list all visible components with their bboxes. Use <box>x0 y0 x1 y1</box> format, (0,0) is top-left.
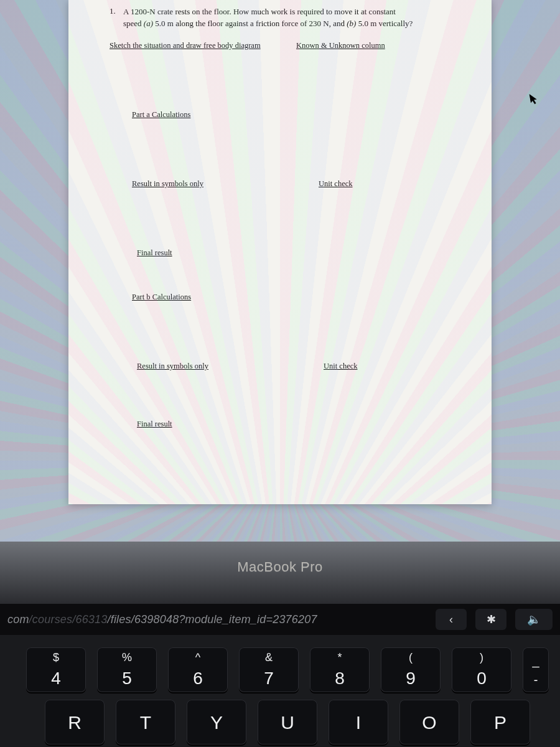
key-0[interactable]: )0 <box>452 647 511 692</box>
row-final-a: Final result <box>110 248 467 258</box>
key-8[interactable]: *8 <box>310 647 370 692</box>
key-bottom: 5 <box>97 669 157 688</box>
key-bottom: - <box>523 673 549 687</box>
key-U[interactable]: U <box>258 700 317 745</box>
key-bottom: Y <box>187 712 246 733</box>
heading-result-symbols-b: Result in symbols only <box>137 362 208 370</box>
key-top: * <box>310 651 370 664</box>
key-O[interactable]: O <box>399 700 459 745</box>
touchbar-back-button[interactable]: ‹ <box>436 609 467 630</box>
key-bottom: 6 <box>168 669 228 688</box>
brightness-icon: ✱ <box>487 613 496 626</box>
key-top: ) <box>452 651 511 664</box>
key-R[interactable]: R <box>45 700 105 745</box>
key-bottom: O <box>399 712 459 733</box>
question-line2b: 5.0 m along the floor against a friction… <box>153 19 347 28</box>
row-final-b: Final result <box>110 420 467 429</box>
key-bottom: 8 <box>310 669 370 688</box>
key-bottom: I <box>329 712 388 733</box>
heading-unit-check-a: Unit check <box>319 179 353 188</box>
question-line2a: speed <box>123 19 144 28</box>
heading-part-b-calc: Part b Calculations <box>132 293 191 301</box>
key-bottom: T <box>116 712 175 733</box>
row-sketch-known: Sketch the situation and draw free body … <box>110 41 467 50</box>
question-text: A 1200-N crate rests on the floor. How m… <box>123 6 413 30</box>
touchbar-url[interactable]: com/courses/66313/files/6398048?module_i… <box>7 613 317 626</box>
question-number: 1. <box>110 6 123 30</box>
key-T[interactable]: T <box>116 700 175 745</box>
heading-known: Known & Unknown column <box>296 41 385 50</box>
chevron-left-icon: ‹ <box>449 613 453 626</box>
touch-bar[interactable]: com/courses/66313/files/6398048?module_i… <box>0 604 560 635</box>
key-P[interactable]: P <box>470 700 530 745</box>
key-bottom: 0 <box>452 669 511 688</box>
key-top: ^ <box>168 651 228 664</box>
key-top: _ <box>523 654 549 668</box>
key-bottom: R <box>45 712 105 733</box>
document-page[interactable]: 1. A 1200-N crate rests on the floor. Ho… <box>68 0 492 504</box>
volume-icon: 🔈 <box>527 613 541 626</box>
key-bottom: U <box>258 712 317 733</box>
touchbar-brightness-button[interactable]: ✱ <box>475 609 506 630</box>
keyboard-row-letters: RTYUIOP <box>0 696 560 747</box>
heading-final-result-a: Final result <box>137 248 172 257</box>
question-block: 1. A 1200-N crate rests on the floor. Ho… <box>110 6 467 30</box>
key-top: ( <box>381 651 441 664</box>
key-6[interactable]: ^6 <box>168 647 228 692</box>
url-seg-3: /files/6398048?module_item_id=2376207 <box>108 613 317 626</box>
cursor-icon <box>530 93 540 105</box>
key-bottom: 7 <box>239 669 299 688</box>
touchbar-volume-button[interactable]: 🔈 <box>515 609 553 630</box>
key-bottom: 4 <box>26 669 86 688</box>
heading-part-a-calc: Part a Calculations <box>132 110 190 119</box>
heading-final-result-b: Final result <box>137 420 172 428</box>
keyboard-row-numbers: $4%5^6&7*8(9)0_- <box>0 644 560 696</box>
laptop-screen: 1. A 1200-N crate rests on the floor. Ho… <box>0 0 560 542</box>
heading-sketch: Sketch the situation and draw free body … <box>110 41 261 50</box>
keyboard: $4%5^6&7*8(9)0_- RTYUIOP <box>0 635 560 747</box>
key-bottom: 9 <box>381 669 441 688</box>
url-seg-1: com <box>7 613 29 626</box>
key-top: & <box>239 651 299 664</box>
part-a-label: (a) <box>144 19 153 28</box>
question-line2c: 5.0 m vertically? <box>356 19 413 28</box>
key-Y[interactable]: Y <box>187 700 246 745</box>
heading-unit-check-b: Unit check <box>324 362 358 370</box>
key-top: % <box>97 651 157 664</box>
key-top: $ <box>26 651 86 664</box>
macbook-label: MacBook Pro <box>0 542 560 575</box>
key-7[interactable]: &7 <box>239 647 299 692</box>
question-line1: A 1200-N crate rests on the floor. How m… <box>123 7 396 16</box>
row-result-b: Result in symbols only Unit check <box>110 362 467 371</box>
key-9[interactable]: (9 <box>381 647 441 692</box>
laptop-bezel: MacBook Pro <box>0 542 560 604</box>
url-seg-2: /courses/66313 <box>29 613 108 626</box>
key-I[interactable]: I <box>329 700 388 745</box>
part-b-label: (b) <box>347 19 356 28</box>
key-5[interactable]: %5 <box>97 647 157 692</box>
key-4[interactable]: $4 <box>26 647 86 692</box>
heading-result-symbols-a: Result in symbols only <box>132 179 203 188</box>
key-bottom: P <box>470 712 530 733</box>
key-minus[interactable]: _- <box>523 647 549 692</box>
row-part-b-calc: Part b Calculations <box>110 293 467 302</box>
row-part-a-calc: Part a Calculations <box>110 110 467 120</box>
row-result-a: Result in symbols only Unit check <box>110 179 467 189</box>
